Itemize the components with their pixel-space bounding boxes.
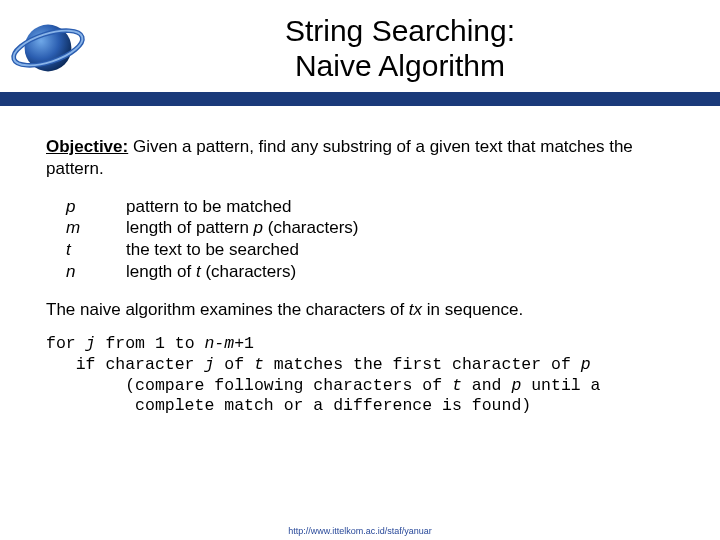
title-line-1: String Searching: <box>285 14 515 47</box>
definition-row: n length of t (characters) <box>66 261 674 283</box>
definition-desc: length of t (characters) <box>126 261 296 283</box>
header-bar <box>0 92 720 106</box>
logo-icon <box>6 6 90 90</box>
definition-row: m length of pattern p (characters) <box>66 217 674 239</box>
definition-row: p pattern to be matched <box>66 196 674 218</box>
slide-header: String Searching: Naive Algorithm <box>0 0 720 96</box>
examine-paragraph: The naive algorithm examines the charact… <box>46 299 674 321</box>
footer-url: http://www.ittelkom.ac.id/staf/yanuar <box>0 526 720 536</box>
definition-row: t the text to be searched <box>66 239 674 261</box>
slide-title: String Searching: Naive Algorithm <box>90 13 710 84</box>
slide-body: Objective: Given a pattern, find any sub… <box>0 96 720 417</box>
pseudocode-block: for j from 1 to n-m+1 if character j of … <box>46 334 674 417</box>
definition-symbol: m <box>66 217 126 239</box>
definition-desc: the text to be searched <box>126 239 299 261</box>
definition-symbol: n <box>66 261 126 283</box>
objective-label: Objective: <box>46 137 128 156</box>
objective-paragraph: Objective: Given a pattern, find any sub… <box>46 136 674 180</box>
definition-symbol: t <box>66 239 126 261</box>
definition-desc: length of pattern p (characters) <box>126 217 358 239</box>
title-line-2: Naive Algorithm <box>295 49 505 82</box>
definition-symbol: p <box>66 196 126 218</box>
objective-text: Given a pattern, find any substring of a… <box>46 137 633 178</box>
definition-desc: pattern to be matched <box>126 196 291 218</box>
definitions-list: p pattern to be matched m length of patt… <box>66 196 674 283</box>
title-container: String Searching: Naive Algorithm <box>90 13 720 84</box>
